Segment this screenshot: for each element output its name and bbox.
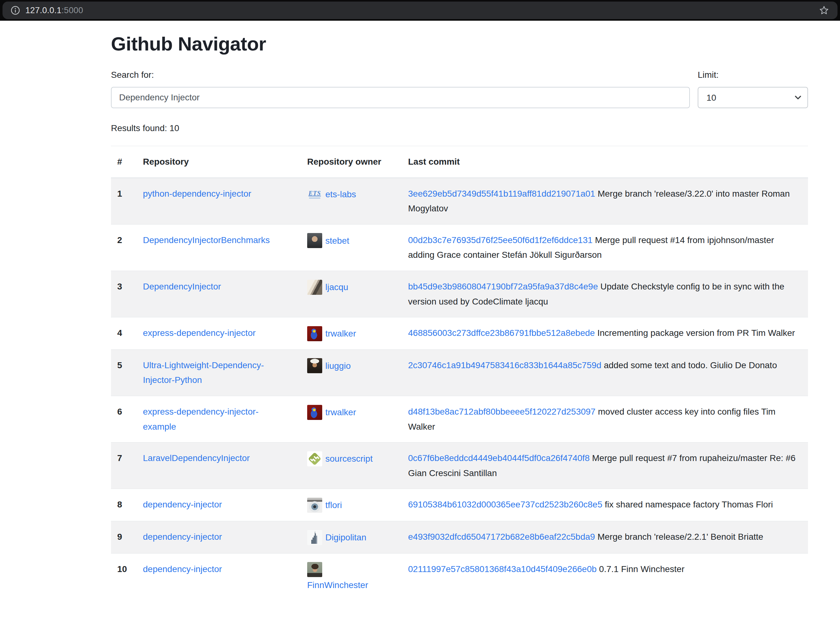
table-row: 7 LaravelDependencyInjector sourcescript… — [111, 443, 808, 489]
address-bar[interactable]: 127.0.0.1:5000 — [3, 2, 837, 19]
table-row: 8 dependency-injector tflori 69105384b61… — [111, 489, 808, 521]
commit-hash-link[interactable]: 69105384b61032d000365ee737cd2523b260c8e5 — [408, 500, 602, 509]
commit-hash-link[interactable]: e493f9032dfcd65047172b682e8b6eaf22c5bda9 — [408, 532, 595, 542]
avatar-liuggio-photo — [307, 358, 322, 373]
commit-hash-link[interactable]: 468856003c273dffce23b86791fbbe512a8ebede — [408, 328, 595, 338]
table-row: 5 Ultra-Lightweight-Dependency-Injector-… — [111, 350, 808, 396]
table-row: 9 dependency-injector Digipolitan e493f9… — [111, 521, 808, 553]
repo-link[interactable]: express-dependency-injector-example — [143, 407, 259, 432]
limit-select[interactable]: 10 — [698, 87, 808, 108]
site-info-icon[interactable] — [11, 6, 20, 15]
avatar-finnwinchester-photo — [307, 562, 322, 577]
avatar-ets-labs-logo: ETS — [307, 187, 322, 202]
repo-link[interactable]: LaravelDependencyInjector — [143, 453, 250, 463]
commit-hash-link[interactable]: 0c67f6be8eddcd4449eb4044f5df0ca26f4740f8 — [408, 453, 590, 463]
col-header-owner: Repository owner — [301, 146, 402, 178]
row-number: 5 — [111, 350, 137, 396]
table-row: 4 express-dependency-injector trwalker 4… — [111, 317, 808, 350]
repo-link[interactable]: DependencyInjectorBenchmarks — [143, 235, 270, 245]
row-number: 10 — [111, 553, 137, 601]
owner-link[interactable]: liuggio — [307, 361, 351, 370]
commit-message: added some text and todo. Giulio De Dona… — [604, 361, 777, 370]
bookmark-star-icon[interactable] — [819, 5, 829, 16]
repo-link[interactable]: dependency-injector — [143, 500, 222, 509]
commit-hash-link[interactable]: bb45d9e3b98608047190bf72a95fa9a37d8c4e9e — [408, 281, 598, 291]
table-row: 6 express-dependency-injector-example tr… — [111, 396, 808, 442]
row-number: 8 — [111, 489, 137, 521]
url-port: :5000 — [62, 6, 83, 15]
avatar-trwalker-lego — [307, 326, 322, 341]
col-header-repository: Repository — [137, 146, 301, 178]
repo-link[interactable]: python-dependency-injector — [143, 189, 251, 199]
col-header-last-commit: Last commit — [402, 146, 808, 178]
owner-link[interactable]: sourcescript — [307, 453, 373, 463]
owner-link[interactable]: ljacqu — [307, 281, 348, 291]
search-form: Search for: Limit: 10 — [111, 70, 808, 108]
repo-link[interactable]: express-dependency-injector — [143, 328, 256, 338]
table-row: 1 python-dependency-injector ETSets-labs… — [111, 178, 808, 225]
owner-link[interactable]: trwalker — [307, 407, 356, 416]
owner-link[interactable]: tflori — [307, 500, 342, 509]
avatar-digipolitan-building-logo — [307, 530, 322, 545]
search-label: Search for: — [111, 70, 690, 80]
owner-link[interactable]: ETSets-labs — [307, 189, 356, 199]
results-table: # Repository Repository owner Last commi… — [111, 146, 808, 601]
table-row: 2 DependencyInjectorBenchmarks stebet 00… — [111, 224, 808, 270]
owner-link[interactable]: FinnWinchester — [307, 564, 368, 590]
repo-link[interactable]: DependencyInjector — [143, 281, 221, 291]
commit-message: 0.7.1 Finn Winchester — [599, 564, 684, 574]
table-row: 3 DependencyInjector ljacqu bb45d9e3b986… — [111, 270, 808, 317]
page-content: Github Navigator Search for: Limit: 10 R… — [0, 33, 840, 601]
page-title: Github Navigator — [111, 33, 808, 55]
repo-link[interactable]: dependency-injector — [143, 564, 222, 574]
avatar-stebet-photo — [307, 233, 322, 248]
commit-hash-link[interactable]: d48f13be8ac712abf80bbeeee5f120227d253097 — [408, 407, 595, 416]
limit-label: Limit: — [698, 70, 808, 80]
avatar-sourcescript-logo — [307, 451, 322, 467]
owner-link[interactable]: trwalker — [307, 328, 356, 338]
url-host: 127.0.0.1 — [25, 6, 62, 15]
row-number: 2 — [111, 224, 137, 270]
avatar-ljacqu-photo — [307, 280, 322, 295]
commit-message: Incrementing package version from PR Tim… — [597, 328, 795, 338]
row-number: 6 — [111, 396, 137, 442]
url-text: 127.0.0.1:5000 — [25, 6, 83, 15]
results-count: Results found: 10 — [111, 123, 808, 133]
repo-link[interactable]: Ultra-Lightweight-Dependency-Injector-Py… — [143, 361, 264, 385]
repo-link[interactable]: dependency-injector — [143, 532, 222, 542]
table-row: 10 dependency-injector FinnWinchester 02… — [111, 553, 808, 601]
col-header-number: # — [111, 146, 137, 178]
browser-toolbar: 127.0.0.1:5000 — [0, 0, 840, 21]
row-number: 1 — [111, 178, 137, 225]
owner-link[interactable]: stebet — [307, 235, 349, 245]
row-number: 9 — [111, 521, 137, 553]
avatar-tflori-eye-photo — [307, 498, 322, 513]
avatar-trwalker-lego — [307, 405, 322, 420]
commit-hash-link[interactable]: 00d2b3c7e76935d76f25ee50f6d1f2ef6ddce131 — [408, 235, 593, 245]
commit-hash-link[interactable]: 2c30746c1a91b4947583416c833b1644a85c759d — [408, 361, 602, 370]
owner-link[interactable]: Digipolitan — [307, 532, 366, 542]
commit-message: fix shared namespace factory Thomas Flor… — [605, 500, 773, 509]
commit-hash-link[interactable]: 3ee629eb5d7349d55f41b119aff81dd219071a01 — [408, 189, 595, 199]
row-number: 3 — [111, 270, 137, 317]
commit-message: Merge branch 'release/2.2.1' Benoit Bria… — [597, 532, 763, 542]
row-number: 4 — [111, 317, 137, 350]
table-header-row: # Repository Repository owner Last commi… — [111, 146, 808, 178]
search-input[interactable] — [111, 87, 690, 108]
commit-hash-link[interactable]: 02111997e57c85801368f43a10d45f409e266e0b — [408, 564, 597, 574]
row-number: 7 — [111, 443, 137, 489]
